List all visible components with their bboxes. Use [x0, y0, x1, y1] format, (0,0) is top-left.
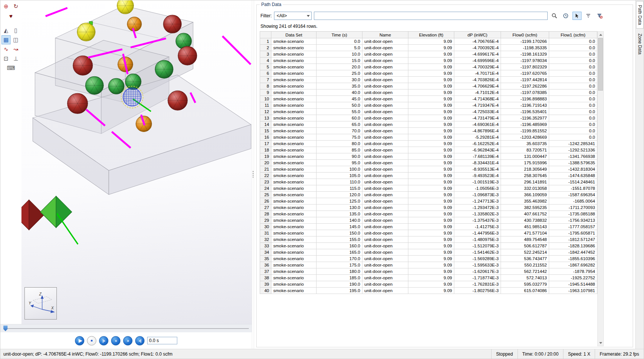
- keyboard-icon[interactable]: ⌨: [6, 64, 15, 73]
- cell[interactable]: 9.09: [408, 275, 454, 281]
- cell[interactable]: 9.09: [408, 147, 454, 153]
- cell[interactable]: -1.541462E-3: [454, 249, 501, 256]
- table-row[interactable]: 29smoke-scenario140.0unit-door-open9.09-…: [260, 217, 597, 224]
- cell[interactable]: 155.0: [317, 236, 362, 243]
- row-number[interactable]: 8: [260, 83, 271, 89]
- cell[interactable]: smoke-scenario: [271, 58, 317, 64]
- zone-octahedron-green[interactable]: [40, 196, 72, 228]
- table-row[interactable]: 27smoke-scenario130.0unit-door-open9.09-…: [260, 204, 597, 211]
- cell[interactable]: -1.620617E-3: [454, 268, 501, 275]
- cell[interactable]: smoke-scenario: [271, 89, 317, 96]
- zone-octahedron-red[interactable]: [21, 200, 44, 230]
- cell[interactable]: 5.0: [317, 45, 362, 51]
- cell[interactable]: 85.0: [317, 147, 362, 153]
- cell[interactable]: 50.0: [317, 102, 362, 109]
- cell[interactable]: smoke-scenario: [271, 256, 317, 262]
- cell[interactable]: smoke-scenario: [271, 179, 317, 185]
- cell[interactable]: 9.09: [408, 153, 454, 160]
- cell[interactable]: 115.0: [317, 185, 362, 192]
- cell[interactable]: 9.09: [408, 173, 454, 179]
- table-row[interactable]: 22smoke-scenario105.0unit-door-open9.09-…: [260, 173, 597, 179]
- row-number[interactable]: 6: [260, 70, 271, 77]
- cell[interactable]: unit-door-open: [362, 128, 408, 134]
- cell[interactable]: unit-door-open: [362, 89, 408, 96]
- table-row[interactable]: 10smoke-scenario45.0unit-door-open9.09-4…: [260, 96, 597, 102]
- skip-start-button[interactable]: |«: [99, 336, 108, 345]
- table-row[interactable]: 38smoke-scenario185.0unit-door-open9.09-…: [260, 275, 597, 281]
- cell[interactable]: smoke-scenario: [271, 288, 317, 294]
- cell[interactable]: -1196.719143: [501, 102, 549, 109]
- table-row[interactable]: 28smoke-scenario135.0unit-door-open9.09-…: [260, 211, 597, 217]
- table-row[interactable]: 25smoke-scenario120.0unit-door-open9.09-…: [260, 192, 597, 198]
- cell[interactable]: unit-door-open: [362, 192, 408, 198]
- cell[interactable]: -4.714368E-4: [454, 96, 501, 102]
- cell[interactable]: 536.743477: [501, 256, 549, 262]
- cell[interactable]: smoke-scenario: [271, 102, 317, 109]
- cell[interactable]: 0.0: [549, 128, 597, 134]
- cell[interactable]: -1.512079E-3: [454, 243, 501, 249]
- cell[interactable]: -1.335802E-3: [454, 211, 501, 217]
- cell[interactable]: -1474.635848: [549, 173, 597, 179]
- cell[interactable]: unit-door-open: [362, 160, 408, 166]
- table-row[interactable]: 1smoke-scenario0.0unit-door-open9.09-4.7…: [260, 38, 597, 45]
- cell[interactable]: -4.703826E-4: [454, 77, 501, 83]
- cell[interactable]: -1203.428669: [501, 134, 549, 141]
- cell[interactable]: 0.0: [549, 115, 597, 121]
- cell[interactable]: 45.0: [317, 96, 362, 102]
- cell[interactable]: smoke-scenario: [271, 160, 317, 166]
- panel-view-icon[interactable]: ▯: [11, 26, 20, 35]
- cell[interactable]: 9.09: [408, 224, 454, 230]
- cell[interactable]: 0.0: [549, 51, 597, 58]
- prism-view-icon[interactable]: ◭: [2, 26, 11, 35]
- row-number[interactable]: 16: [260, 134, 271, 141]
- cell[interactable]: smoke-scenario: [271, 38, 317, 45]
- cell[interactable]: -1198.161329: [501, 51, 549, 58]
- cell[interactable]: -1.096873E-3: [454, 192, 501, 198]
- cell[interactable]: 150.0: [317, 230, 362, 236]
- table-row[interactable]: 14smoke-scenario65.0unit-door-open9.09-4…: [260, 121, 597, 128]
- row-number[interactable]: 26: [260, 198, 271, 204]
- cell[interactable]: -8.334431E-4: [454, 160, 501, 166]
- cell[interactable]: 9.09: [408, 236, 454, 243]
- row-number[interactable]: 7: [260, 77, 271, 83]
- cell[interactable]: 145.0: [317, 224, 362, 230]
- cell[interactable]: -1.762831E-3: [454, 281, 501, 288]
- cell[interactable]: -1.718774E-3: [454, 275, 501, 281]
- cell[interactable]: -1196.485969: [501, 121, 549, 128]
- table-row[interactable]: 23smoke-scenario110.0unit-door-open9.09-…: [260, 179, 597, 185]
- row-number[interactable]: 14: [260, 121, 271, 128]
- cell[interactable]: 55.0: [317, 109, 362, 115]
- row-number[interactable]: 31: [260, 230, 271, 236]
- cell[interactable]: 0.0: [317, 38, 362, 45]
- cell[interactable]: 0.0: [549, 89, 597, 96]
- cell[interactable]: smoke-scenario: [271, 64, 317, 70]
- cell[interactable]: 75.0: [317, 134, 362, 141]
- row-number[interactable]: 37: [260, 268, 271, 275]
- cell[interactable]: 9.09: [408, 268, 454, 275]
- cell[interactable]: unit-door-open: [362, 262, 408, 268]
- cell[interactable]: unit-door-open: [362, 217, 408, 224]
- cell[interactable]: smoke-scenario: [271, 204, 317, 211]
- cell[interactable]: 105.0: [317, 173, 362, 179]
- cell[interactable]: 258.307645: [501, 173, 549, 179]
- cell[interactable]: smoke-scenario: [271, 77, 317, 83]
- cell[interactable]: smoke-scenario: [271, 166, 317, 173]
- cell[interactable]: 0.0: [549, 64, 597, 70]
- cell[interactable]: 20.0: [317, 64, 362, 70]
- cell[interactable]: -1.41275E-3: [454, 224, 501, 230]
- cell[interactable]: -1777.058157: [549, 224, 597, 230]
- table-row[interactable]: 21smoke-scenario100.0unit-door-open9.09-…: [260, 166, 597, 173]
- cell[interactable]: -4.700329E-4: [454, 64, 501, 70]
- cell[interactable]: 9.09: [408, 70, 454, 77]
- cell[interactable]: 9.09: [408, 179, 454, 185]
- cell[interactable]: 0.0: [549, 121, 597, 128]
- column-header[interactable]: Flow1 (scfm): [549, 32, 597, 38]
- cell[interactable]: unit-door-open: [362, 211, 408, 217]
- cell[interactable]: 9.09: [408, 281, 454, 288]
- cell[interactable]: unit-door-open: [362, 115, 408, 121]
- cell[interactable]: 30.0: [317, 77, 362, 83]
- cell[interactable]: -1878.7954: [549, 268, 597, 275]
- cell[interactable]: unit-door-open: [362, 134, 408, 141]
- cell[interactable]: -4.706629E-4: [454, 83, 501, 89]
- cell[interactable]: 195.0: [317, 288, 362, 294]
